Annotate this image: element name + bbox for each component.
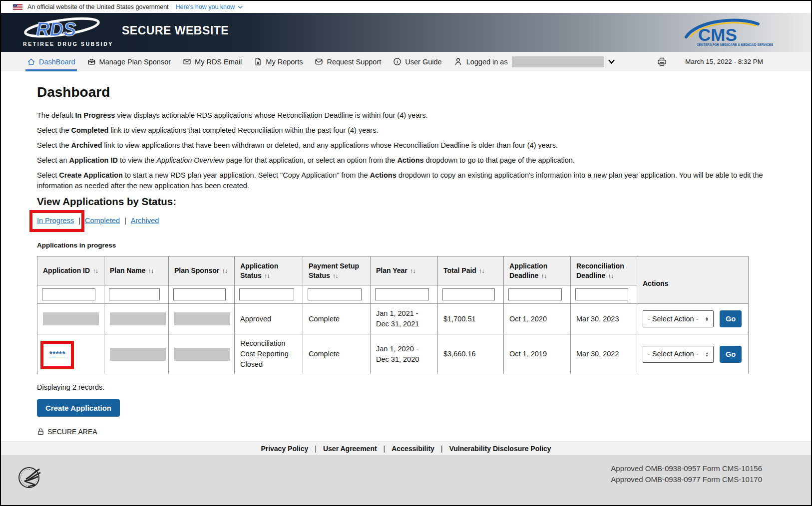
nav-item-label: Request Support: [327, 58, 381, 66]
envelope-icon: [183, 57, 191, 66]
status-link-completed[interactable]: Completed: [85, 217, 120, 225]
omb-line: Approved OMB-0938-0957 Form CMS-10156: [611, 463, 762, 474]
report-icon: [254, 57, 262, 66]
chevron-down-icon: [238, 5, 243, 9]
intro-paragraph-2: Select the Completed link to view applic…: [37, 125, 776, 136]
footer-link-user-agreement[interactable]: User Agreement: [323, 445, 377, 453]
col-header-payment-setup-status[interactable]: Payment Setup Status↑↓: [303, 256, 371, 285]
select-updown-icon: ▲▼: [705, 316, 709, 321]
redacted-value: [110, 312, 166, 325]
nav-item-manage-plan-sponsor[interactable]: Manage Plan Sponsor: [87, 52, 171, 71]
filter-input-reconciliation-deadline[interactable]: [575, 288, 628, 300]
sort-icon[interactable]: ↑↓: [608, 272, 613, 279]
sort-icon[interactable]: ↑↓: [148, 267, 154, 274]
filter-input-total-paid[interactable]: [442, 288, 495, 300]
application-id-link[interactable]: *****: [49, 350, 65, 358]
col-header-plan-name[interactable]: Plan Name↑↓: [104, 256, 169, 285]
footer-link-privacy-policy[interactable]: Privacy Policy: [261, 445, 308, 453]
page: An official website of the United States…: [0, 0, 812, 506]
select-updown-icon: ▲▼: [705, 352, 709, 357]
footer-link-accessibility[interactable]: Accessibility: [392, 445, 434, 453]
nav-items: DashBoardManage Plan SponsorMy RDS Email…: [27, 52, 442, 71]
plan-sponsor-cell: [169, 304, 235, 334]
plan-year-cell: Jan 1, 2021 -Dec 31, 2021: [371, 304, 438, 334]
col-header-reconciliation-deadline[interactable]: Reconciliation Deadline↑↓: [571, 256, 637, 285]
heres-how-you-know-link[interactable]: Here's how you know: [176, 3, 243, 10]
col-header-application-status[interactable]: Application Status↑↓: [235, 256, 303, 285]
sort-icon[interactable]: ↑↓: [92, 267, 98, 274]
filter-cell: [37, 285, 104, 304]
status-link-archived[interactable]: Archived: [131, 217, 159, 225]
logged-in-control[interactable]: Logged in as: [454, 52, 615, 71]
sort-icon[interactable]: ↑↓: [479, 267, 484, 274]
create-application-button[interactable]: Create Application: [37, 399, 120, 417]
nav-item-user-guide[interactable]: User Guide: [393, 52, 441, 71]
nav-item-label: My Reports: [266, 58, 303, 66]
reconciliation-deadline-cell: Mar 30, 2022: [571, 334, 637, 374]
status-link-in-progress[interactable]: In Progress: [37, 217, 74, 225]
logged-in-value-redacted: [512, 56, 604, 67]
total-paid-cell: $1,700.51: [438, 304, 504, 334]
application-status-cell: Approved: [235, 304, 303, 334]
filter-cell: [371, 285, 438, 304]
secure-area-label: SECURE AREA: [47, 428, 97, 436]
chevron-down-icon: [608, 59, 615, 64]
nav-item-label: DashBoard: [39, 58, 75, 66]
go-button[interactable]: Go: [720, 310, 742, 327]
footer-link-vulnerability-disclosure-policy[interactable]: Vulnerability Disclosure Policy: [449, 445, 551, 453]
site-title: SECURE WEBSITE: [122, 24, 229, 37]
nav-item-dashboard[interactable]: DashBoard: [27, 52, 75, 71]
action-select[interactable]: - Select Action -▲▼: [643, 310, 714, 327]
omb-line: Approved OMB-0938-0977 Form CMS-10170: [611, 474, 762, 485]
sort-icon[interactable]: ↑↓: [333, 272, 338, 279]
col-header-total-paid[interactable]: Total Paid↑↓: [438, 256, 504, 285]
nav-item-my-reports[interactable]: My Reports: [254, 52, 303, 71]
nav-item-request-support[interactable]: Request Support: [315, 52, 381, 71]
col-header-plan-year[interactable]: Plan Year↑↓: [371, 256, 438, 285]
main-nav: DashBoardManage Plan SponsorMy RDS Email…: [1, 52, 811, 71]
status-heading: View Applications by Status:: [37, 196, 781, 208]
filter-input-plan-sponsor[interactable]: [173, 288, 226, 300]
sort-icon[interactable]: ↑↓: [410, 267, 415, 274]
filter-cell: [235, 285, 303, 304]
us-flag-icon: [13, 4, 22, 10]
filter-input-plan-year[interactable]: [375, 288, 429, 300]
sort-icon[interactable]: ↑↓: [264, 272, 270, 279]
filter-cell: [169, 285, 235, 304]
col-header-plan-sponsor[interactable]: Plan Sponsor↑↓: [169, 256, 235, 285]
action-select[interactable]: - Select Action -▲▼: [643, 346, 714, 363]
col-header-application-id[interactable]: Application ID↑↓: [37, 256, 104, 285]
support-envelope-icon: [315, 57, 323, 66]
sort-icon[interactable]: ↑↓: [222, 267, 227, 274]
plan-name-cell: [104, 304, 169, 334]
application-id-cell: [37, 304, 104, 334]
application-deadline-cell: Oct 1, 2019: [504, 334, 571, 374]
nav-utility: March 15, 2022 - 8:32 PM: [657, 52, 811, 71]
svg-text:RDS: RDS: [36, 19, 76, 40]
intro-paragraph-5: Select Create Application to start a new…: [37, 170, 776, 191]
intro-paragraph-1: The default In Progress view displays ac…: [37, 110, 776, 121]
filter-input-plan-name[interactable]: [109, 288, 160, 300]
col-header-application-deadline[interactable]: Application Deadline↑↓: [504, 256, 571, 285]
filter-input-application-deadline[interactable]: [508, 288, 562, 300]
redacted-value: [174, 348, 230, 361]
filter-input-application-status[interactable]: [239, 288, 294, 300]
logged-in-label: Logged in as: [466, 58, 508, 66]
nav-item-my-rds-email[interactable]: My RDS Email: [183, 52, 242, 71]
separator: |: [124, 217, 126, 225]
nav-item-label: Manage Plan Sponsor: [99, 58, 171, 66]
nav-item-label: My RDS Email: [195, 58, 242, 66]
go-button[interactable]: Go: [720, 346, 742, 363]
sort-icon[interactable]: ↑↓: [541, 272, 546, 279]
filter-input-payment-setup-status[interactable]: [308, 288, 362, 300]
redacted-value: [110, 348, 166, 361]
secure-area: SECURE AREA: [37, 428, 781, 436]
info-icon: [393, 57, 402, 66]
person-icon: [454, 57, 462, 66]
filter-cell: [104, 285, 169, 304]
print-icon[interactable]: [657, 57, 667, 67]
site-header: RDS RETIREE DRUG SUBSIDY SECURE WEBSITE …: [1, 13, 811, 52]
applications-table: Application ID↑↓Plan Name↑↓Plan Sponsor↑…: [37, 256, 749, 374]
records-count: Displaying 2 records.: [37, 383, 781, 391]
filter-input-application-id[interactable]: [42, 288, 95, 300]
